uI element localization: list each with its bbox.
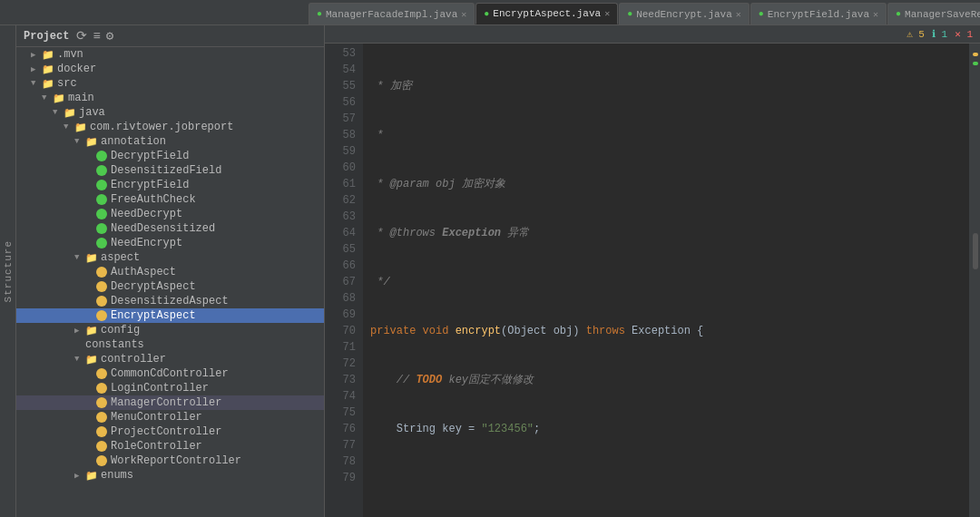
close-icon[interactable]: ✕ xyxy=(461,9,466,20)
tree-item-need-encrypt[interactable]: NeedEncrypt xyxy=(16,236,324,250)
code-line-53: * 加密 xyxy=(370,78,969,94)
tab-manager-facade[interactable]: ● ManagerFacadeImpl.java ✕ xyxy=(309,3,475,24)
tree-item-desensitized-aspect[interactable]: DesensitizedAspect xyxy=(16,294,324,308)
arrow-icon: ▼ xyxy=(31,79,40,88)
file-dot-icon xyxy=(96,194,107,205)
file-dot-icon xyxy=(96,238,107,249)
tree-item-desensitized-field[interactable]: DesensitizedField xyxy=(16,163,324,178)
project-sidebar[interactable]: Project ⟳ ≡ ⚙ ▶ 📁 .mvn ▶ 📁 docker ▼ 📁 sr… xyxy=(16,25,325,517)
tree-item-common-cd[interactable]: CommonCdController xyxy=(16,366,324,381)
tab-manager-save[interactable]: ● ManagerSaveReq.ja... ✕ xyxy=(887,3,980,24)
tree-item-aspect[interactable]: ▼ 📁 aspect xyxy=(16,250,324,265)
close-icon[interactable]: ✕ xyxy=(873,9,878,20)
structure-tab-label[interactable]: Structure xyxy=(3,240,14,302)
close-icon[interactable]: ✕ xyxy=(736,9,741,20)
sidebar-header: Project ⟳ ≡ ⚙ xyxy=(16,25,324,47)
code-line-54: * xyxy=(370,127,969,143)
scrollbar-right[interactable] xyxy=(969,44,980,517)
tree-item-work-report-controller[interactable]: WorkReportController xyxy=(16,454,324,468)
tab-encrypt-aspect[interactable]: ● EncryptAspect.java ✕ xyxy=(475,3,618,24)
tree-item-decrypt-field[interactable]: DecryptField xyxy=(16,149,324,163)
arrow-icon xyxy=(85,311,94,320)
tab-label: ManagerFacadeImpl.java xyxy=(326,9,457,20)
tree-item-label: DecryptField xyxy=(111,150,189,162)
file-dot-icon xyxy=(96,397,107,408)
info-count: ℹ 1 xyxy=(932,28,947,40)
tree-item-label: config xyxy=(101,324,140,337)
arrow-icon xyxy=(85,427,94,436)
folder-icon: 📁 xyxy=(64,107,76,119)
arrow-icon xyxy=(85,210,94,219)
arrow-icon: ▼ xyxy=(64,122,73,132)
code-content: 53 54 55 56 57 58 59 60 61 62 63 64 65 6… xyxy=(325,44,980,517)
tree-item-java[interactable]: ▼ 📁 java xyxy=(16,105,324,120)
tree-item-mvn[interactable]: ▶ 📁 .mvn xyxy=(16,47,324,62)
close-icon[interactable]: ✕ xyxy=(604,8,610,19)
tree-item-label: LoginController xyxy=(111,382,209,395)
code-line-55: * @param obj 加密对象 xyxy=(370,176,969,192)
tab-file-icon: ● xyxy=(627,9,632,19)
file-dot-icon xyxy=(96,267,107,278)
folder-icon: 📁 xyxy=(85,325,98,337)
tree-item-annotation[interactable]: ▼ 📁 annotation xyxy=(16,134,324,149)
tree-item-main[interactable]: ▼ 📁 main xyxy=(16,91,324,105)
code-line-58: private void encrypt(Object obj) throws … xyxy=(370,323,969,339)
tree-item-config[interactable]: ▶ 📁 config xyxy=(16,323,324,337)
list-icon[interactable]: ≡ xyxy=(93,29,100,44)
tree-item-project-controller[interactable]: ProjectController xyxy=(16,424,324,439)
file-dot-icon xyxy=(96,455,107,466)
tree-item-decrypt-aspect[interactable]: DecryptAspect xyxy=(16,279,324,294)
tree-item-free-auth-check[interactable]: FreeAuthCheck xyxy=(16,192,324,207)
line-numbers: 53 54 55 56 57 58 59 60 61 62 63 64 65 6… xyxy=(325,44,363,517)
tree-item-login-controller[interactable]: LoginController xyxy=(16,381,324,395)
tree-item-label: DesensitizedAspect xyxy=(111,295,229,307)
tree-item-encrypt-field[interactable]: EncryptField xyxy=(16,178,324,192)
tree-item-manager-controller[interactable]: ManagerController xyxy=(16,395,324,410)
file-dot-icon xyxy=(96,383,107,394)
tree-item-label: AuthAspect xyxy=(111,266,176,278)
arrow-icon xyxy=(85,195,94,204)
code-editor[interactable]: * 加密 * * @param obj 加密对象 * @throws Excep… xyxy=(363,44,969,517)
arrow-icon xyxy=(85,384,94,393)
tree-item-docker[interactable]: ▶ 📁 docker xyxy=(16,62,324,76)
tree-item-label: constants xyxy=(85,338,144,351)
arrow-icon xyxy=(85,456,94,465)
tree-item-package[interactable]: ▼ 📁 com.rivtower.jobreport xyxy=(16,120,324,134)
filter-icon[interactable]: ⚙ xyxy=(106,28,113,44)
arrow-icon: ▼ xyxy=(74,253,83,262)
status-bar: ⚠ 5 ℹ 1 ✕ 1 xyxy=(325,25,980,44)
tab-file-icon: ● xyxy=(484,9,489,19)
file-dot-icon xyxy=(96,426,107,437)
code-line-57: */ xyxy=(370,274,969,290)
error-count: ✕ 1 xyxy=(955,28,973,40)
tree-item-auth-aspect[interactable]: AuthAspect xyxy=(16,265,324,279)
tree-item-label: NeedEncrypt xyxy=(111,237,182,249)
tree-item-src[interactable]: ▼ 📁 src xyxy=(16,76,324,91)
arrow-icon: ▼ xyxy=(42,93,51,102)
arrow-icon xyxy=(85,166,94,175)
arrow-icon: ▼ xyxy=(53,108,62,117)
arrow-icon xyxy=(85,180,94,190)
sync-icon[interactable]: ⟳ xyxy=(76,28,87,44)
tree-item-role-controller[interactable]: RoleController xyxy=(16,439,324,454)
tree-item-label: MenuController xyxy=(111,411,202,424)
tree-item-label: enums xyxy=(101,469,133,482)
sidebar-toolbar: ⟳ ≡ ⚙ xyxy=(76,28,113,44)
file-dot-icon xyxy=(96,368,107,379)
tab-bar: ● ManagerFacadeImpl.java ✕ ● EncryptAspe… xyxy=(0,0,980,25)
file-dot-icon xyxy=(96,412,107,423)
tree-item-menu-controller[interactable]: MenuController xyxy=(16,410,324,424)
file-dot-icon xyxy=(96,165,107,176)
tree-item-label: src xyxy=(57,77,77,90)
folder-icon: 📁 xyxy=(53,93,65,104)
tab-need-encrypt[interactable]: ● NeedEncrypt.java ✕ xyxy=(619,3,750,24)
tree-item-constants[interactable]: constants xyxy=(16,337,324,352)
tab-encrypt-field[interactable]: ● EncryptField.java ✕ xyxy=(750,3,887,24)
tree-item-need-decrypt[interactable]: NeedDecrypt xyxy=(16,207,324,221)
tree-item-need-desensitized[interactable]: NeedDesensitized xyxy=(16,221,324,236)
file-dot-icon xyxy=(96,281,107,292)
tree-item-enums[interactable]: ▶ 📁 enums xyxy=(16,468,324,483)
tree-item-controller[interactable]: ▼ 📁 controller xyxy=(16,352,324,366)
tree-item-label: WorkReportController xyxy=(111,454,241,467)
tree-item-encrypt-aspect[interactable]: EncryptAspect xyxy=(16,308,324,323)
